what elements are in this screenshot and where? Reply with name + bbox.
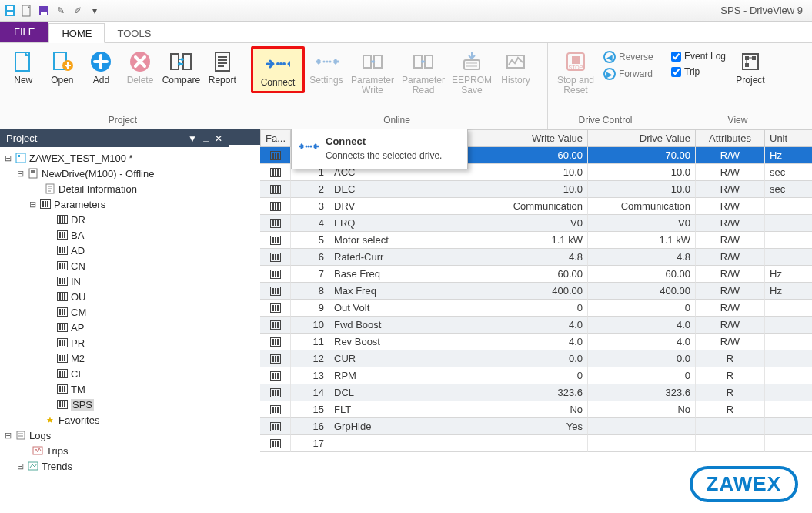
- view-project-button[interactable]: Project: [730, 46, 770, 87]
- tree-pgroup-m2[interactable]: M2: [2, 350, 227, 366]
- reverse-button[interactable]: ◀Reverse: [600, 49, 657, 65]
- new-button[interactable]: New: [5, 46, 42, 87]
- tree-pgroup-tm[interactable]: TM: [2, 381, 227, 397]
- tree-favorites[interactable]: Favorites: [58, 414, 99, 426]
- cell-drive: 4.0: [588, 334, 696, 350]
- tab-home[interactable]: HOME: [48, 23, 105, 43]
- table-row[interactable]: 4FRQV0V0R/W: [260, 215, 812, 232]
- cell-write[interactable]: 0: [480, 367, 588, 384]
- settings-button[interactable]: Settings: [306, 46, 346, 87]
- tab-tools[interactable]: TOOLS: [105, 24, 163, 42]
- tree-trips[interactable]: Trips: [46, 445, 68, 457]
- table-row[interactable]: 16GrpHideYes: [260, 418, 812, 435]
- open-button[interactable]: Open: [44, 46, 82, 87]
- col-write[interactable]: Write Value: [480, 129, 588, 147]
- cell-write[interactable]: 60.00: [480, 266, 588, 283]
- table-row[interactable]: 6Rated-Curr4.84.8R/W: [260, 249, 812, 266]
- cell-attr: R: [696, 367, 765, 384]
- tree-pgroup-ad[interactable]: AD: [2, 243, 227, 258]
- report-button[interactable]: Report: [203, 46, 241, 87]
- row-icon: [260, 198, 291, 215]
- cell-write[interactable]: 60.00: [480, 147, 588, 164]
- table-row[interactable]: 12CUR0.00.0R: [260, 350, 812, 367]
- tree-pgroup-ba[interactable]: BA: [2, 227, 227, 243]
- table-row[interactable]: 3DRVCommunicationCommunicationR/W: [260, 198, 812, 215]
- tree-pgroup-cn[interactable]: CN: [2, 258, 227, 273]
- cell-drive: 60.00: [588, 266, 696, 283]
- col-fav[interactable]: Fa...: [260, 129, 291, 147]
- tree-pgroup-cm[interactable]: CM: [2, 304, 227, 320]
- tree-logs[interactable]: Logs: [29, 430, 51, 441]
- cell-write[interactable]: 0: [480, 300, 588, 317]
- cell-write[interactable]: [480, 435, 588, 452]
- history-button[interactable]: History: [496, 46, 536, 87]
- tree-pgroup-pr[interactable]: PR: [2, 335, 227, 350]
- qat-edit-icon[interactable]: ✎: [54, 4, 68, 18]
- parameter-read-button[interactable]: Parameter Read: [399, 46, 448, 97]
- qat-brush-icon[interactable]: ✐: [71, 4, 85, 18]
- eventlog-checkbox[interactable]: Event Log: [671, 51, 726, 62]
- parameter-write-button[interactable]: Parameter Write: [348, 46, 397, 97]
- table-row[interactable]: 15FLTNoNoR: [260, 401, 812, 418]
- compare-button[interactable]: Compare: [160, 46, 202, 87]
- cell-write[interactable]: Yes: [480, 418, 588, 435]
- table-row[interactable]: 8Max Freq400.00400.00R/WHz: [260, 283, 812, 300]
- tree-pgroup-ou[interactable]: OU: [2, 289, 227, 304]
- cell-write[interactable]: V0: [480, 215, 588, 232]
- table-row[interactable]: 14DCL323.6323.6R: [260, 384, 812, 401]
- col-unit[interactable]: Unit: [765, 129, 812, 147]
- tree-pgroup-dr[interactable]: DR: [2, 212, 227, 227]
- table-row[interactable]: 11Rev Boost4.04.0R/W: [260, 334, 812, 350]
- cell-write[interactable]: No: [480, 401, 588, 418]
- cell-write[interactable]: 4.0: [480, 334, 588, 350]
- row-icon: [260, 215, 291, 232]
- tree-detail[interactable]: Detail Information: [58, 183, 137, 195]
- table-row[interactable]: 2DEC10.010.0R/Wsec: [260, 181, 812, 198]
- tree-trends[interactable]: Trends: [42, 461, 72, 472]
- tree-pgroup-ap[interactable]: AP: [2, 320, 227, 335]
- tree-pgroup-in[interactable]: IN: [2, 273, 227, 289]
- qat-dropdown-icon[interactable]: ▾: [88, 4, 102, 18]
- table-row[interactable]: 13RPM00R: [260, 367, 812, 384]
- svg-point-41: [306, 146, 308, 148]
- delete-button[interactable]: Delete: [122, 46, 159, 87]
- row-icon: [260, 401, 291, 418]
- tree-parameters[interactable]: Parameters: [54, 199, 105, 210]
- qat-save-icon[interactable]: [3, 4, 17, 18]
- cell-write[interactable]: 323.6: [480, 384, 588, 401]
- project-tree[interactable]: ⊟ZAWEX_TEST_M100 * ⊟NewDrive(M100) - Off…: [0, 147, 229, 513]
- cell-write[interactable]: 10.0: [480, 164, 588, 181]
- table-row[interactable]: 9Out Volt00R/W: [260, 300, 812, 317]
- stop-reset-button[interactable]: STOP Stop and Reset: [553, 46, 599, 97]
- tree-pgroup-cf[interactable]: CF: [2, 366, 227, 381]
- table-row[interactable]: 5Motor select1.1 kW1.1 kWR/W: [260, 232, 812, 249]
- qat-new-icon[interactable]: [20, 4, 34, 18]
- cell-write[interactable]: 10.0: [480, 181, 588, 198]
- table-row[interactable]: 7Base Freq60.0060.00R/WHz: [260, 266, 812, 283]
- add-button[interactable]: Add: [82, 46, 120, 87]
- col-attr[interactable]: Attributes: [696, 129, 765, 147]
- grid-body[interactable]: 0Cmd. freq60.0070.00R/WHz1ACC10.010.0R/W…: [260, 147, 812, 452]
- panel-dropdown-icon[interactable]: ▼: [188, 133, 197, 144]
- qat-disk-icon[interactable]: [37, 4, 51, 18]
- forward-button[interactable]: ▶Forward: [600, 66, 657, 82]
- table-row[interactable]: 10Fwd Boost4.04.0R/W: [260, 317, 812, 334]
- cell-write[interactable]: 4.0: [480, 317, 588, 334]
- tree-root[interactable]: ZAWEX_TEST_M100 *: [29, 153, 133, 164]
- cell-write[interactable]: Communication: [480, 198, 588, 215]
- col-drive[interactable]: Drive Value: [588, 129, 696, 147]
- trip-checkbox[interactable]: Trip: [671, 66, 726, 77]
- panel-pin-icon[interactable]: ⟂: [203, 133, 209, 144]
- panel-close-icon[interactable]: ✕: [215, 133, 222, 144]
- cell-name: Out Volt: [329, 300, 480, 317]
- cell-write[interactable]: 400.00: [480, 283, 588, 300]
- cell-write[interactable]: 0.0: [480, 350, 588, 367]
- tree-pgroup-sps[interactable]: SPS: [2, 397, 227, 412]
- cell-write[interactable]: 4.8: [480, 249, 588, 266]
- connect-button[interactable]: Connect: [251, 46, 305, 93]
- tab-file[interactable]: FILE: [0, 22, 48, 42]
- eeprom-save-button[interactable]: EEPROM Save: [449, 46, 494, 97]
- cell-write[interactable]: 1.1 kW: [480, 232, 588, 249]
- table-row[interactable]: 17: [260, 435, 812, 452]
- tree-drive[interactable]: NewDrive(M100) - Offline: [42, 168, 154, 179]
